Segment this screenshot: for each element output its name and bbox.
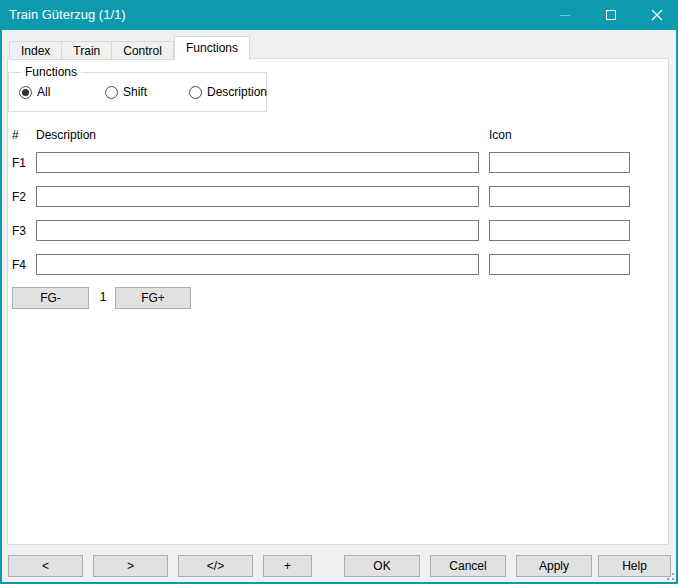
titlebar[interactable]: Train Güterzug (1/1) [0,0,678,30]
cancel-button[interactable]: Cancel [430,555,506,577]
fg-increment-button[interactable]: FG+ [115,287,191,309]
row-label-f3: F3 [12,224,34,238]
tab-functions[interactable]: Functions [174,36,250,60]
functions-groupbox-title: Functions [21,65,81,79]
tab-control[interactable]: Control [112,41,174,60]
f3-icon-input[interactable] [489,220,630,241]
radio-icon-shift[interactable] [105,86,118,99]
apply-button[interactable]: Apply [516,555,592,577]
add-button[interactable]: + [263,555,312,577]
f4-description-input[interactable] [36,254,479,275]
column-header-icon: Icon [489,128,512,142]
tab-index[interactable]: Index [9,41,62,60]
radio-label-all: All [37,85,50,99]
f4-icon-input[interactable] [489,254,630,275]
row-label-f4: F4 [12,258,34,272]
radio-row: All Shift Description [19,85,289,99]
radio-option-all[interactable]: All [19,85,83,99]
radio-option-description[interactable]: Description [189,85,267,99]
close-button[interactable] [634,0,678,30]
tab-bar: Index Train Control Functions [9,36,250,60]
next-button[interactable]: > [93,555,168,577]
radio-icon-description[interactable] [189,86,202,99]
minimize-icon [560,15,570,16]
tab-train[interactable]: Train [62,41,112,60]
fg-decrement-button[interactable]: FG- [12,287,89,309]
ok-button[interactable]: OK [344,555,420,577]
dialog-window: Train Güterzug (1/1) Index Train Control… [0,0,678,584]
radio-option-shift[interactable]: Shift [105,85,167,99]
column-header-number: # [12,128,19,142]
minimize-button[interactable] [542,0,588,30]
f1-icon-input[interactable] [489,152,630,173]
radio-label-shift: Shift [123,85,147,99]
xml-button[interactable]: </> [178,555,253,577]
radio-label-description: Description [207,85,267,99]
radio-icon-all[interactable] [19,86,32,99]
row-label-f1: F1 [12,156,34,170]
f3-description-input[interactable] [36,220,479,241]
help-button[interactable]: Help [598,555,671,577]
column-header-description: Description [36,128,96,142]
f1-description-input[interactable] [36,152,479,173]
f2-icon-input[interactable] [489,186,630,207]
f2-description-input[interactable] [36,186,479,207]
row-label-f2: F2 [12,190,34,204]
resize-grip-icon[interactable] [664,570,675,581]
fg-group-value: 1 [94,290,112,304]
maximize-button[interactable] [588,0,634,30]
maximize-icon [606,10,616,20]
window-title: Train Güterzug (1/1) [9,0,126,30]
close-icon [651,9,663,21]
functions-groupbox: Functions All Shift Description [8,72,267,112]
prev-button[interactable]: < [8,555,83,577]
